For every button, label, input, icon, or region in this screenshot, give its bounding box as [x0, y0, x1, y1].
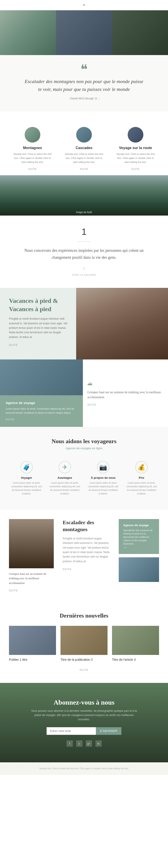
quote-section: ❝ Escalader des montagnes non pas pour q… — [0, 55, 168, 111]
landscape-trees — [0, 175, 168, 216]
card-avatar-3 — [128, 127, 143, 143]
hero-image-1 — [0, 10, 56, 55]
news-title: Dernières nouvelles — [9, 612, 159, 619]
news-card-title-1: Publier 1 titre — [9, 658, 56, 662]
card-text-1: Sample text. Click to select the text bo… — [12, 152, 53, 164]
header: ≡ — [0, 0, 168, 10]
card-suite-link-3[interactable]: SUITE — [131, 168, 140, 170]
mountains-right: Agence de voyage Spécialistes des vacanc… — [119, 519, 159, 592]
facebook-icon[interactable]: f — [66, 740, 73, 747]
news-cards-row: Publier 1 titre Titre de la publication … — [9, 626, 159, 662]
help-card-1: 🧳 Voyager Lorem ipsum dolor sit amet, co… — [9, 458, 44, 499]
hero-image-3 — [112, 10, 168, 55]
hero-section — [0, 10, 168, 55]
help-card-3: 📷 À propos de nous Lorem ipsum dolor sit… — [86, 458, 121, 499]
help-subtitle: Agence de voyages en ligne — [9, 446, 159, 450]
mountains-suite-button[interactable]: SUITE — [63, 568, 72, 570]
news-photo-3 — [112, 626, 159, 655]
climb-icon: ⛰ — [87, 380, 93, 386]
vacation-right — [76, 288, 168, 360]
agency-suite-button[interactable]: SUITE — [6, 418, 15, 421]
landscape-image: Image de forêt — [0, 175, 168, 216]
hero-image-2 — [56, 10, 112, 55]
section-number: 1 — [18, 227, 150, 237]
subscribe-email-input[interactable] — [47, 727, 96, 735]
help-title: Nous aidons les voyageurs — [9, 438, 159, 445]
help-icon-1: 🧳 — [20, 461, 33, 473]
hamburger-menu-icon[interactable]: ≡ — [83, 3, 85, 7]
help-card-2: ✈ Avantages Lorem ipsum dolor sit amet, … — [47, 458, 82, 499]
linkedin-icon[interactable]: in — [95, 740, 102, 747]
mountains-photo — [9, 519, 54, 568]
mountains-agency-arrow-icon: → — [123, 546, 127, 549]
subscribe-button[interactable]: S'abonner — [96, 727, 122, 735]
help-card-4: 💰 Prix Lorem ipsum dolor sit amet, conse… — [124, 458, 159, 499]
subscribe-section: Abonnez-vous à nous Vous pouvez vous abo… — [0, 683, 168, 763]
mountains-agency-photo — [119, 557, 159, 582]
vacation-title: Vacances à pied & Vacances à pied — [9, 297, 69, 313]
card-title-3: Voyage sur la route — [115, 146, 156, 150]
voir-galerie-link[interactable]: VOIR LA GALERIE — [72, 274, 96, 276]
vacation-photo — [76, 288, 168, 360]
help-card-title-2: Avantages — [50, 476, 80, 479]
mountains-section: Grimpez haut sur un sommet de trekking a… — [0, 510, 168, 601]
help-icon-2: ✈ — [59, 461, 71, 473]
vacation-left: Vacances à pied & Vacances à pied Fringi… — [0, 288, 76, 360]
news-card-1: Publier 1 titre — [9, 626, 56, 662]
help-card-text-3: Lorem ipsum dolor sit amet, consectetur … — [88, 481, 118, 496]
agency-card: Agence de voyage Lorem ipsum dolor sit a… — [0, 395, 83, 427]
quote-mark-icon: ❝ — [22, 66, 146, 73]
card-suite-link-1[interactable]: SUITE — [28, 168, 36, 170]
help-card-text-4: Lorem ipsum dolor sit amet, consectetur … — [126, 481, 157, 496]
agency-card-title: Agence de voyage — [6, 401, 77, 405]
card-text-3: Sample text. Click to select the text bo… — [115, 152, 156, 164]
section-text: Nous concevons des expériences inspirées… — [18, 247, 150, 261]
mountains-climb-text: Grimpez haut sur un sommet de trekking a… — [9, 572, 54, 586]
card-text-2: Sample text. Click to select the text bo… — [64, 152, 104, 164]
subscribe-text: Vous pouvez vous abonner à la dernière n… — [28, 709, 140, 722]
subscribe-title: Abonnez-vous à nous — [9, 699, 159, 706]
feature-cards-row: Montagnes Sample text. Click to select t… — [9, 122, 159, 175]
mountains-left: Grimpez haut sur un sommet de trekking a… — [9, 519, 54, 592]
card-title-2: Cascades — [64, 146, 104, 150]
mountains-agency-card: Agence de voyage Spécialistes des vacanc… — [119, 519, 159, 554]
feature-card-3: Voyage sur la route Sample text. Click t… — [112, 122, 159, 175]
mountains-climb-suite-button[interactable]: SUITE — [9, 589, 18, 592]
feature-card-2: Cascades Sample text. Click to select th… — [60, 122, 108, 175]
climb-suite-button[interactable]: SUITE — [87, 403, 96, 406]
section-numbered: 1 Nous concevons des expériences inspiré… — [0, 216, 168, 288]
news-card-2: Titre de la publication 2 — [60, 626, 108, 662]
mountains-title: Escalader des montagnes — [63, 519, 110, 533]
social-icons-row: f y g+ in — [9, 740, 159, 747]
quote-author: - David McCullough Jr. - — [22, 97, 146, 100]
footer-text: Sample text. Click to select the text bo… — [9, 767, 159, 770]
twitter-icon[interactable]: y — [76, 740, 82, 747]
landscape-caption: Image de forêt — [76, 211, 92, 214]
news-suite-button[interactable]: SUITE — [80, 669, 88, 671]
news-section: Dernières nouvelles Publier 1 titre Titr… — [0, 601, 168, 683]
help-cards-row: 🧳 Voyager Lorem ipsum dolor sit amet, co… — [9, 458, 159, 499]
help-icon-3: 📷 — [97, 461, 109, 473]
help-card-title-3: À propos de nous — [88, 476, 118, 479]
news-card-3: Titre de l'article 3 — [112, 626, 159, 662]
agency-climb-section: Agence de voyage Lorem ipsum dolor sit a… — [0, 360, 168, 427]
subscribe-content: Abonnez-vous à nous Vous pouvez vous abo… — [9, 699, 159, 747]
news-photo-2 — [60, 626, 108, 655]
news-card-title-3: Titre de l'article 3 — [112, 658, 159, 662]
agency-left: Agence de voyage Lorem ipsum dolor sit a… — [0, 360, 83, 427]
help-card-text-1: Lorem ipsum dolor sit amet, consectetur … — [11, 481, 42, 496]
card-suite-link-2[interactable]: SUITE — [80, 168, 88, 170]
agency-photo-top — [0, 360, 83, 395]
news-photo-1 — [9, 626, 56, 655]
vacation-section: Vacances à pied & Vacances à pied Fringi… — [0, 288, 168, 360]
section-divider — [77, 241, 91, 242]
climb-text: Grimpez haut sur un sommet de trekking a… — [87, 390, 164, 400]
vacation-suite-button[interactable]: SUITE — [9, 344, 18, 346]
googleplus-icon[interactable]: g+ — [86, 740, 92, 747]
footer: Sample text. Click to select the text bo… — [0, 762, 168, 775]
mountains-agency-text: Spécialistes des vacances de trekking en… — [123, 529, 155, 546]
agency-right: ⛰ Grimpez haut sur un sommet de trekking… — [83, 360, 168, 427]
help-card-title-4: Prix — [126, 476, 157, 479]
arrow-down-icon: ↓ — [18, 265, 150, 270]
feature-cards-section: Montagnes Sample text. Click to select t… — [0, 111, 168, 175]
